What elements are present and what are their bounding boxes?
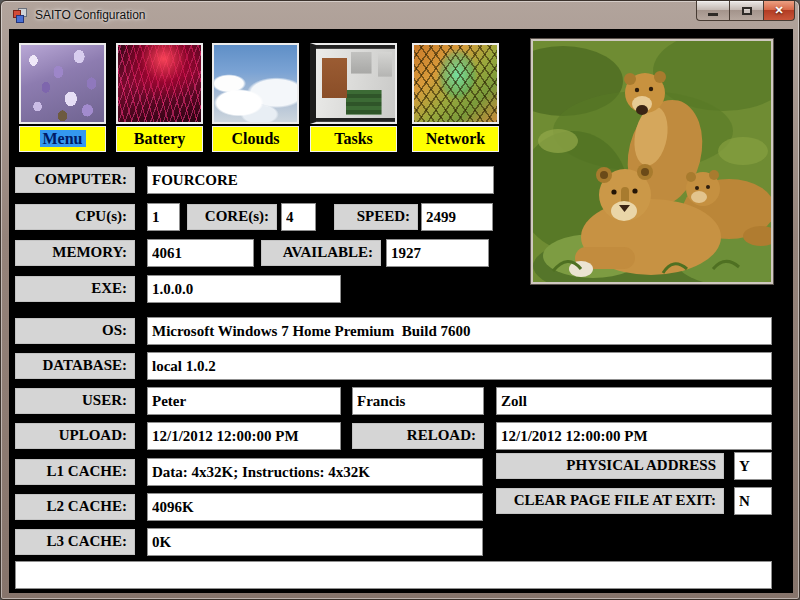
memory-label: MEMORY:	[15, 240, 135, 266]
user-middle-input[interactable]	[352, 387, 484, 415]
tasks-thumbnail-server-image[interactable]	[310, 43, 397, 124]
close-icon: ✕	[774, 4, 783, 17]
upload-input[interactable]	[147, 422, 341, 450]
physical-address-label: PHYSICAL ADDRESS	[496, 453, 724, 479]
nav-button-network-label: Network	[426, 130, 486, 147]
cores-label: CORE(s):	[187, 204, 277, 230]
user-first-input[interactable]	[147, 387, 341, 415]
reload-input[interactable]	[496, 422, 772, 450]
reload-label: RELOAD:	[352, 423, 484, 449]
client-area: Menu Battery Clouds Tasks Network	[9, 29, 793, 593]
cores-input[interactable]	[281, 203, 316, 231]
memory-input[interactable]	[147, 239, 254, 267]
cpus-input[interactable]	[147, 203, 180, 231]
physical-address-input[interactable]	[734, 452, 772, 480]
minimize-button[interactable]	[696, 1, 729, 21]
nav-button-network[interactable]: Network	[412, 126, 499, 152]
database-input[interactable]	[147, 352, 772, 380]
nav-button-clouds-label: Clouds	[231, 130, 279, 147]
nav-button-menu-label: Menu	[40, 130, 86, 147]
app-icon	[12, 7, 28, 23]
app-window: SAITO Configuration ✕ Menu Battery Cloud…	[0, 0, 800, 600]
status-input[interactable]	[15, 561, 772, 589]
speed-label: SPEED:	[334, 204, 418, 230]
battery-thumbnail-laser-image[interactable]	[116, 43, 203, 124]
l1-cache-input[interactable]	[147, 458, 483, 486]
nav-button-menu[interactable]: Menu	[19, 126, 106, 152]
menu-thumbnail-wisteria-image[interactable]	[19, 43, 106, 124]
nav-button-battery-label: Battery	[134, 130, 186, 147]
computer-input[interactable]	[147, 166, 494, 194]
os-label: OS:	[15, 318, 135, 344]
l3-cache-input[interactable]	[147, 528, 483, 556]
close-button[interactable]: ✕	[764, 1, 795, 21]
nav-button-clouds[interactable]: Clouds	[212, 126, 299, 152]
title-bar[interactable]: SAITO Configuration ✕	[1, 1, 799, 29]
clear-page-file-label: CLEAR PAGE FILE AT EXIT:	[496, 488, 724, 514]
network-thumbnail-mesh-image[interactable]	[412, 43, 499, 124]
database-label: DATABASE:	[15, 353, 135, 379]
available-label: AVAILABLE:	[261, 240, 381, 266]
l2-cache-input[interactable]	[147, 493, 483, 521]
minimize-icon	[708, 13, 718, 16]
clouds-thumbnail-sky-image[interactable]	[212, 43, 299, 124]
l3-cache-label: L3 CACHE:	[15, 529, 135, 555]
upload-label: UPLOAD:	[15, 423, 135, 449]
maximize-icon	[742, 7, 752, 15]
l1-cache-label: L1 CACHE:	[15, 459, 135, 485]
available-input[interactable]	[386, 239, 489, 267]
user-last-input[interactable]	[496, 387, 772, 415]
user-label: USER:	[15, 388, 135, 414]
os-input[interactable]	[147, 317, 772, 345]
cpus-label: CPU(s):	[15, 204, 135, 230]
window-controls: ✕	[696, 1, 795, 21]
speed-input[interactable]	[421, 203, 493, 231]
l2-cache-label: L2 CACHE:	[15, 494, 135, 520]
nav-button-tasks-label: Tasks	[334, 130, 373, 147]
exe-label: EXE:	[15, 276, 135, 302]
maximize-button[interactable]	[729, 1, 764, 21]
lions-photo	[531, 39, 773, 284]
window-title: SAITO Configuration	[35, 8, 146, 22]
nav-button-battery[interactable]: Battery	[116, 126, 203, 152]
clear-page-file-input[interactable]	[734, 487, 772, 515]
exe-input[interactable]	[147, 275, 341, 303]
lions-photo-illustration	[533, 41, 771, 282]
computer-label: COMPUTER:	[15, 167, 135, 193]
nav-button-tasks[interactable]: Tasks	[310, 126, 397, 152]
